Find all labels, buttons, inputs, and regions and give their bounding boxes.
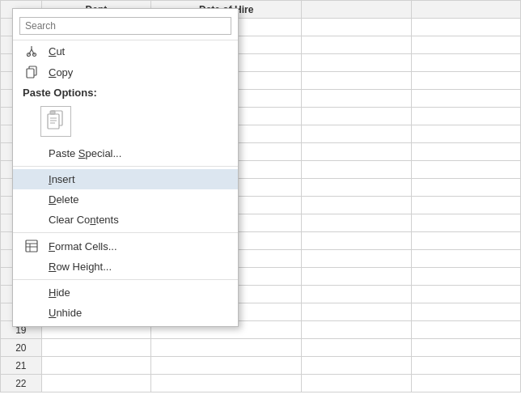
menu-item-paste-special[interactable]: Paste Special...	[13, 143, 238, 163]
cell-empty-2[interactable]	[411, 179, 520, 197]
menu-item-row-height[interactable]: Row Height...	[13, 257, 238, 277]
format-cells-label: Format Cells...	[49, 240, 228, 252]
cell-empty-1[interactable]	[302, 143, 411, 161]
cell-empty-1[interactable]	[302, 161, 411, 179]
menu-item-hide[interactable]: Hide	[13, 282, 238, 303]
cell-empty-2[interactable]	[411, 125, 520, 143]
cell-empty-1[interactable]	[302, 54, 411, 72]
cell-empty-1[interactable]	[302, 339, 411, 357]
svg-rect-8	[48, 114, 59, 129]
svg-rect-13	[26, 240, 37, 252]
paste-icon-button[interactable]	[40, 106, 71, 137]
row-number: 22	[1, 375, 42, 392]
cell-empty-2[interactable]	[411, 339, 520, 357]
cell-empty-2[interactable]	[411, 250, 520, 268]
cell-empty-2[interactable]	[411, 375, 520, 392]
cell-empty-1[interactable]	[302, 90, 411, 108]
svg-rect-6	[27, 69, 34, 78]
cell-empty-1[interactable]	[302, 179, 411, 197]
svg-rect-9	[50, 111, 55, 114]
cell-date[interactable]	[151, 339, 302, 357]
cell-empty-2[interactable]	[411, 268, 520, 286]
hide-label: Hide	[49, 286, 228, 299]
row-height-label: Row Height...	[49, 261, 228, 273]
cell-empty-1[interactable]	[302, 303, 411, 321]
menu-item-insert[interactable]: Insert	[13, 169, 238, 189]
divider-2	[13, 232, 238, 233]
cell-empty-2[interactable]	[411, 303, 520, 321]
copy-icon	[23, 66, 40, 78]
format-cells-icon	[23, 240, 40, 252]
menu-item-clear-contents[interactable]: Clear Contents	[13, 210, 238, 230]
paste-special-label: Paste Special...	[49, 147, 228, 159]
cell-dept[interactable]	[41, 339, 150, 357]
cell-empty-2[interactable]	[411, 214, 520, 232]
cell-empty-1[interactable]	[302, 286, 411, 303]
cell-empty-2[interactable]	[411, 286, 520, 303]
context-menu: Cut Copy Paste Options: Paste S	[12, 8, 239, 327]
cell-empty-2[interactable]	[411, 232, 520, 250]
clear-contents-label: Clear Contents	[49, 214, 228, 226]
cell-empty-2[interactable]	[411, 357, 520, 375]
col-header-empty1	[302, 1, 411, 19]
search-input[interactable]	[19, 17, 231, 35]
search-box	[13, 12, 238, 40]
menu-item-format-cells[interactable]: Format Cells...	[13, 235, 238, 257]
cell-empty-2[interactable]	[411, 161, 520, 179]
cell-empty-2[interactable]	[411, 143, 520, 161]
divider-1	[13, 166, 238, 167]
cell-empty-1[interactable]	[302, 108, 411, 125]
menu-item-unhide[interactable]: Unhide	[13, 303, 238, 323]
unhide-label: Unhide	[49, 307, 228, 319]
cell-empty-1[interactable]	[302, 250, 411, 268]
cell-dept[interactable]	[41, 357, 150, 375]
divider-3	[13, 279, 238, 280]
cell-empty-1[interactable]	[302, 357, 411, 375]
col-header-empty2	[411, 1, 520, 19]
cell-empty-2[interactable]	[411, 36, 520, 54]
cell-empty-1[interactable]	[302, 197, 411, 214]
cell-empty-1[interactable]	[302, 268, 411, 286]
cell-dept[interactable]	[41, 375, 150, 392]
row-number: 21	[1, 357, 42, 375]
cell-empty-1[interactable]	[302, 375, 411, 392]
cell-date[interactable]	[151, 375, 302, 392]
cell-empty-2[interactable]	[411, 108, 520, 125]
cell-empty-1[interactable]	[302, 125, 411, 143]
cut-label: Cut	[49, 45, 228, 57]
menu-item-cut[interactable]: Cut	[13, 40, 238, 62]
menu-item-delete[interactable]: Delete	[13, 189, 238, 210]
cell-empty-2[interactable]	[411, 72, 520, 90]
cut-icon	[23, 45, 40, 57]
paste-icon-row	[13, 103, 238, 143]
cell-empty-1[interactable]	[302, 232, 411, 250]
table-row: 20	[1, 339, 521, 357]
table-row: 21	[1, 357, 521, 375]
copy-label: Copy	[49, 66, 228, 78]
cell-empty-1[interactable]	[302, 72, 411, 90]
table-row: 22	[1, 375, 521, 392]
delete-label: Delete	[49, 193, 228, 206]
paste-options-label: Paste Options:	[13, 83, 238, 103]
cell-empty-1[interactable]	[302, 214, 411, 232]
insert-label: Insert	[49, 173, 228, 185]
cell-empty-2[interactable]	[411, 197, 520, 214]
row-number: 20	[1, 339, 42, 357]
cell-empty-2[interactable]	[411, 90, 520, 108]
cell-empty-2[interactable]	[411, 321, 520, 339]
cell-empty-1[interactable]	[302, 321, 411, 339]
cell-empty-2[interactable]	[411, 54, 520, 72]
cell-empty-1[interactable]	[302, 36, 411, 54]
cell-date[interactable]	[151, 357, 302, 375]
menu-item-copy[interactable]: Copy	[13, 62, 238, 83]
cell-empty-1[interactable]	[302, 19, 411, 36]
cell-empty-2[interactable]	[411, 19, 520, 36]
